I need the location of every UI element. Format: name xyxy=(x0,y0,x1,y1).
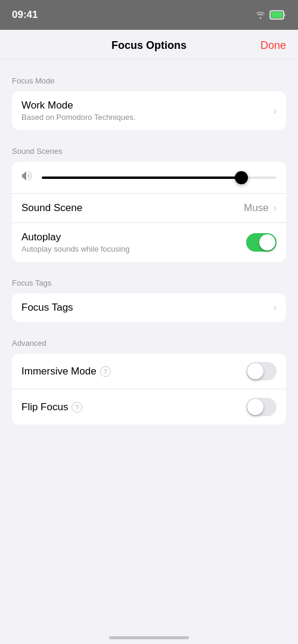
focus-mode-card: Work Mode Based on Pomodoro Techniques. … xyxy=(12,91,286,130)
wifi-icon xyxy=(255,11,266,19)
volume-slider[interactable] xyxy=(42,177,277,179)
svg-rect-1 xyxy=(271,12,283,18)
work-mode-title: Work Mode xyxy=(21,100,271,112)
immersive-mode-row: Immersive Mode ? xyxy=(12,354,286,389)
sound-scene-row[interactable]: Sound Scene Muse › xyxy=(12,194,286,222)
nav-title: Focus Options xyxy=(111,39,187,52)
advanced-label: Advanced xyxy=(12,339,286,348)
focus-tags-info: Focus Tags xyxy=(21,302,271,314)
advanced-section: Advanced Immersive Mode ? Flip Focus ? xyxy=(0,339,298,425)
flip-focus-row: Flip Focus ? xyxy=(12,389,286,425)
focus-tags-row[interactable]: Focus Tags › xyxy=(12,293,286,322)
sound-scene-value: Muse xyxy=(244,202,269,214)
status-time: 09:41 xyxy=(12,9,38,21)
focus-tags-card: Focus Tags › xyxy=(12,293,286,322)
flip-focus-info: Flip Focus ? xyxy=(21,401,246,413)
flip-focus-toggle[interactable] xyxy=(246,398,277,416)
focus-tags-chevron: › xyxy=(271,302,277,313)
home-indicator xyxy=(0,629,298,644)
work-mode-row[interactable]: Work Mode Based on Pomodoro Techniques. … xyxy=(12,91,286,130)
immersive-mode-toggle[interactable] xyxy=(246,362,277,380)
work-mode-chevron: › xyxy=(271,106,277,116)
autoplay-info: Autoplay Autoplay sounds while focusing xyxy=(21,231,246,253)
focus-tags-label: Focus Tags xyxy=(12,278,286,287)
chevron-icon: › xyxy=(274,106,277,116)
autoplay-title: Autoplay xyxy=(21,231,246,243)
sound-scenes-card: Sound Scene Muse › Autoplay Autoplay sou… xyxy=(12,162,286,262)
nav-bar: Focus Options Done xyxy=(0,30,298,60)
focus-mode-label: Focus Mode xyxy=(12,76,286,85)
toggle-thumb xyxy=(259,234,275,250)
volume-icon xyxy=(21,170,35,185)
done-button[interactable]: Done xyxy=(260,39,286,52)
volume-row xyxy=(12,162,286,193)
flip-toggle-thumb xyxy=(247,399,263,415)
chevron-icon3: › xyxy=(274,302,277,313)
autoplay-row: Autoplay Autoplay sounds while focusing xyxy=(12,223,286,262)
home-bar xyxy=(109,636,189,639)
focus-tags-title: Focus Tags xyxy=(21,302,271,314)
status-icons xyxy=(255,10,286,20)
immersive-toggle-thumb xyxy=(247,363,263,379)
work-mode-subtitle: Based on Pomodoro Techniques. xyxy=(21,113,271,122)
sound-scenes-label: Sound Scenes xyxy=(12,147,286,156)
immersive-help-icon: ? xyxy=(100,366,111,377)
focus-mode-section: Focus Mode Work Mode Based on Pomodoro T… xyxy=(0,76,298,130)
immersive-mode-info: Immersive Mode ? xyxy=(21,366,246,377)
sound-scene-info: Sound Scene xyxy=(21,202,244,214)
status-bar: 09:41 xyxy=(0,0,298,30)
sound-scenes-section: Sound Scenes Soun xyxy=(0,147,298,262)
battery-icon xyxy=(269,10,286,20)
flip-help-icon: ? xyxy=(72,402,82,413)
work-mode-info: Work Mode Based on Pomodoro Techniques. xyxy=(21,100,271,122)
sound-scene-chevron: › xyxy=(274,203,277,213)
advanced-card: Immersive Mode ? Flip Focus ? xyxy=(12,354,286,425)
autoplay-subtitle: Autoplay sounds while focusing xyxy=(21,244,246,253)
flip-focus-title: Flip Focus xyxy=(21,401,68,413)
focus-tags-section: Focus Tags Focus Tags › xyxy=(0,278,298,322)
sound-scene-right: Muse › xyxy=(244,202,277,214)
sound-scene-title: Sound Scene xyxy=(21,202,244,214)
immersive-mode-title: Immersive Mode xyxy=(21,366,97,377)
autoplay-toggle[interactable] xyxy=(246,233,277,252)
